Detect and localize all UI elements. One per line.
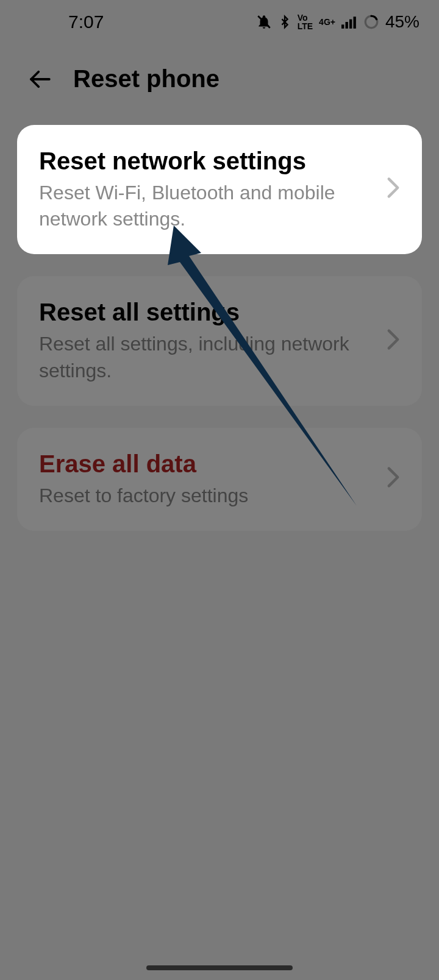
- svg-rect-3: [349, 20, 352, 29]
- svg-rect-4: [353, 16, 355, 29]
- volte-icon: VoLTE: [298, 13, 313, 30]
- card-text: Reset network settings Reset Wi-Fi, Blue…: [39, 146, 387, 232]
- card-subtitle: Reset Wi-Fi, Bluetooth and mobile networ…: [39, 180, 374, 232]
- reset-network-settings-item[interactable]: Reset network settings Reset Wi-Fi, Blue…: [17, 125, 422, 254]
- status-time: 7:07: [68, 12, 104, 32]
- back-button[interactable]: [27, 66, 52, 92]
- home-indicator[interactable]: [146, 965, 293, 970]
- signal-icon: [341, 15, 357, 29]
- card-subtitle: Reset to factory settings: [39, 483, 374, 509]
- card-subtitle: Reset all settings, including network se…: [39, 331, 374, 383]
- status-icons: VoLTE 4G+ 45%: [256, 12, 419, 32]
- chevron-right-icon: [387, 466, 400, 491]
- content: Reset network settings Reset Wi-Fi, Blue…: [0, 108, 439, 531]
- reset-all-settings-item[interactable]: Reset all settings Reset all settings, i…: [17, 276, 422, 405]
- page-title: Reset phone: [73, 65, 220, 93]
- card-title: Reset all settings: [39, 297, 374, 327]
- chevron-right-icon: [387, 328, 400, 353]
- card-title: Erase all data: [39, 449, 374, 479]
- battery-percent: 45%: [385, 12, 419, 32]
- svg-rect-2: [345, 22, 348, 29]
- card-title: Reset network settings: [39, 146, 374, 176]
- chevron-right-icon: [387, 177, 400, 201]
- status-bar: 7:07 VoLTE 4G+: [0, 0, 439, 44]
- svg-rect-1: [341, 24, 344, 29]
- network-4g-icon: 4G+: [319, 17, 335, 27]
- mute-icon: [256, 14, 272, 30]
- page-header: Reset phone: [0, 44, 439, 108]
- card-text: Reset all settings Reset all settings, i…: [39, 297, 387, 383]
- erase-all-data-item[interactable]: Erase all data Reset to factory settings: [17, 428, 422, 531]
- card-text: Erase all data Reset to factory settings: [39, 449, 387, 509]
- bluetooth-icon: [278, 13, 291, 30]
- battery-spinner-icon: [363, 14, 379, 30]
